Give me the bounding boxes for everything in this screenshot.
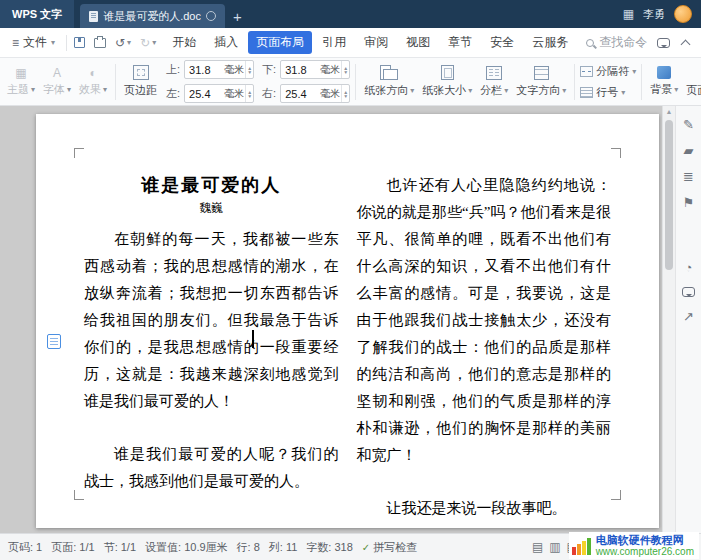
save-icon	[74, 37, 85, 48]
tab-cloud[interactable]: 云服务	[524, 31, 576, 54]
feedback-icon[interactable]	[657, 38, 670, 48]
document-tab-title: 谁是最可爱的人.doc	[103, 9, 201, 24]
command-search-label: 查找命令	[599, 34, 647, 51]
margin-left-value: 25.4	[189, 88, 224, 100]
line-number-icon	[580, 87, 593, 98]
bookmark-icon[interactable]: ⚑	[683, 196, 695, 209]
margin-left-input[interactable]: 25.4 毫米 ▲▼	[184, 84, 254, 103]
paper-direction-button[interactable]: 纸张方向▾	[361, 63, 417, 100]
collapse-ribbon-icon[interactable]	[681, 39, 691, 49]
view-web-icon[interactable]: ▥	[549, 540, 560, 554]
separator-button[interactable]: 分隔符 ▾	[580, 64, 636, 79]
document-title: 谁是最可爱的人	[84, 172, 339, 198]
tab-reference[interactable]: 引用	[314, 31, 354, 54]
new-tab-button[interactable]: +	[225, 4, 250, 28]
right-column: 也许还有人心里隐隐约约地说：你说的就是那些“兵”吗？他们看来是很平凡、很简单的哩…	[357, 172, 612, 533]
status-page-count: 页面: 1/1	[51, 540, 94, 555]
effect-button[interactable]: ◐ 效果▾	[76, 65, 110, 99]
line-number-button[interactable]: 行号 ▾	[580, 85, 636, 100]
margin-bottom-stepper[interactable]: ▲▼	[341, 61, 349, 78]
divider	[641, 64, 642, 100]
margins-group: 页边距 上: 31.8 毫米 ▲▼ 下: 31.8 毫米 ▲▼	[121, 60, 350, 103]
workspace-icon[interactable]: ▦	[623, 7, 634, 21]
history-clock-icon[interactable]: ◔	[685, 261, 693, 274]
navigation-icon[interactable]: ≣	[683, 170, 694, 183]
crop-mark-bottom-right	[611, 490, 621, 500]
scroll-up-icon[interactable]: ▲	[663, 108, 675, 115]
margin-bottom-value: 31.8	[285, 64, 320, 76]
caret-down-icon: ▾	[674, 85, 678, 94]
print-button[interactable]	[94, 38, 106, 48]
wps-writer-window: WPS 文字 谁是最可爱的人.doc + ▦ 李勇 ≡ 文件 ▾ ↺▾ ↻▾ 开…	[0, 0, 701, 560]
margin-top-stepper[interactable]: ▲▼	[245, 61, 253, 78]
divider	[574, 64, 575, 100]
redo-icon: ↻	[140, 37, 150, 49]
tab-view[interactable]: 视图	[398, 31, 438, 54]
scrollbar-thumb[interactable]	[665, 120, 673, 270]
theme-label: 主题	[7, 82, 29, 97]
text-cursor	[252, 330, 254, 348]
ribbon-tabs: 开始 插入 页面布局 引用 审阅 视图 章节 安全 云服务	[164, 31, 576, 54]
highlight-icon[interactable]: ▰	[684, 144, 694, 157]
user-avatar[interactable]	[674, 5, 692, 23]
user-name: 李勇	[643, 7, 665, 22]
tab-security[interactable]: 安全	[482, 31, 522, 54]
columns-button[interactable]: 分栏▾	[477, 64, 511, 100]
status-word-count[interactable]: 字数: 318	[306, 540, 352, 555]
watermark-text: 电脑软硬件教程网 www.computer26.com	[596, 534, 694, 557]
view-page-icon[interactable]: ▤	[532, 540, 543, 554]
document-author: 魏巍	[84, 198, 339, 218]
margin-unit: 毫米	[224, 87, 244, 101]
margin-right-input[interactable]: 25.4 毫米 ▲▼	[280, 84, 350, 103]
spell-check-icon: ✓	[362, 542, 370, 553]
undo-button[interactable]: ↺▾	[115, 37, 131, 49]
paper-size-button[interactable]: 纸张大小▾	[419, 63, 475, 100]
tab-review[interactable]: 审阅	[356, 31, 396, 54]
text-direction-button[interactable]: 文字方向▾	[513, 64, 569, 100]
paper-direction-label: 纸张方向	[364, 83, 408, 98]
margin-bottom-input[interactable]: 31.8 毫米 ▲▼	[280, 60, 350, 79]
comment-icon[interactable]	[682, 287, 695, 297]
margin-right-value: 25.4	[285, 88, 320, 100]
search-icon	[586, 39, 594, 47]
theme-button[interactable]: ▦ 主题▾	[4, 65, 38, 99]
crop-mark-top-right	[611, 148, 621, 158]
font-scheme-button[interactable]: A 字体▾	[40, 65, 74, 99]
tab-home[interactable]: 开始	[164, 31, 204, 54]
margins-button[interactable]: 页边距	[121, 63, 160, 100]
margin-right-stepper[interactable]: ▲▼	[341, 85, 349, 102]
caret-down-icon: ▾	[562, 86, 566, 95]
caret-down-icon: ▾	[103, 85, 107, 94]
hamburger-icon: ≡	[12, 36, 19, 50]
background-button[interactable]: 背景▾	[647, 64, 681, 99]
save-button[interactable]	[74, 37, 85, 48]
spell-check-label: 拼写检查	[373, 540, 417, 555]
app-menu-button[interactable]: WPS 文字	[0, 0, 74, 28]
margin-bottom-label: 下:	[262, 62, 276, 77]
document-page[interactable]: 谁是最可爱的人 魏巍 在朝鲜的每一天，我都被一些东西感动着；我的思想感情的潮水，…	[36, 114, 659, 528]
page-border-button[interactable]: 页面边框	[683, 64, 701, 100]
margin-top-input[interactable]: 31.8 毫米 ▲▼	[184, 60, 254, 79]
vertical-scrollbar[interactable]: ▲	[662, 106, 675, 533]
tab-status-icon[interactable]	[206, 11, 216, 21]
redo-button[interactable]: ↻▾	[140, 37, 156, 49]
caret-down-icon: ▾	[152, 38, 156, 47]
margin-marker-icon[interactable]	[47, 334, 61, 349]
document-tab[interactable]: 谁是最可爱的人.doc	[80, 4, 225, 28]
margin-unit: 毫米	[320, 63, 340, 77]
tab-section[interactable]: 章节	[440, 31, 480, 54]
command-search[interactable]: 查找命令	[586, 34, 647, 51]
annotate-pen-icon[interactable]: ✎	[683, 118, 694, 131]
font-scheme-label: 字体	[43, 82, 65, 97]
spell-check-button[interactable]: ✓ 拼写检查	[362, 540, 417, 555]
break-group: 分隔符 ▾ 行号 ▾	[580, 64, 636, 100]
page-border-label: 页面边框	[686, 83, 701, 98]
tab-page-layout[interactable]: 页面布局	[248, 31, 312, 54]
ribbon-page-layout: ▦ 主题▾ A 字体▾ ◐ 效果▾ 页边距 上: 31.8 毫米	[0, 58, 701, 106]
background-icon	[657, 66, 671, 79]
margin-left-stepper[interactable]: ▲▼	[245, 85, 253, 102]
document-area: 谁是最可爱的人 魏巍 在朝鲜的每一天，我都被一些东西感动着；我的思想感情的潮水，…	[0, 106, 701, 533]
tab-insert[interactable]: 插入	[206, 31, 246, 54]
file-menu-button[interactable]: ≡ 文件 ▾	[8, 34, 59, 51]
share-icon[interactable]: ↗	[683, 310, 694, 323]
